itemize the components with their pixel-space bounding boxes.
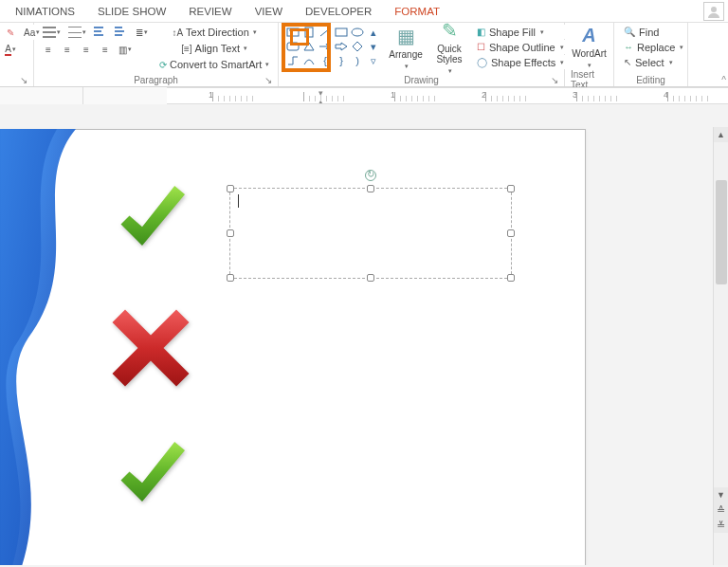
shape-textbox-v[interactable] — [301, 26, 317, 39]
shape-arrow-block[interactable] — [334, 40, 349, 53]
scroll-down-button[interactable]: ▼ — [714, 487, 728, 503]
drawing-launcher[interactable]: ↘ — [551, 75, 558, 85]
replace-icon: ↔ — [624, 42, 633, 52]
checkmark-icon-1[interactable] — [108, 177, 193, 263]
bullets-button[interactable]: ▾ — [40, 25, 64, 40]
tab-view[interactable]: VIEW — [244, 0, 294, 23]
svg-point-0 — [711, 7, 717, 12]
wordart-button[interactable]: A WordArt▾ — [570, 25, 610, 70]
tab-slideshow[interactable]: SLIDE SHOW — [86, 0, 177, 23]
shape-oval[interactable] — [350, 26, 365, 39]
find-button[interactable]: 🔍Find — [620, 25, 686, 39]
svg-rect-3 — [305, 27, 313, 37]
svg-rect-6 — [336, 28, 347, 36]
align-text-button[interactable]: [≡] Align Text▾ — [155, 41, 274, 56]
shape-fill-button[interactable]: ◧Shape Fill▾ — [473, 25, 567, 39]
resize-handle[interactable] — [227, 185, 234, 192]
collapse-ribbon-button[interactable]: ^ — [721, 75, 726, 85]
shape-outline-icon: ☐ — [477, 42, 485, 52]
slide-canvas[interactable] — [0, 129, 586, 565]
user-account-icon[interactable] — [703, 2, 724, 21]
increase-indent-button[interactable] — [112, 25, 131, 40]
shape-curve[interactable] — [301, 54, 317, 67]
svg-rect-1 — [287, 28, 299, 36]
columns-button[interactable]: ▥▾ — [116, 42, 135, 57]
next-slide-button[interactable]: ≚ — [714, 518, 728, 533]
drawing-group-label: Drawing — [404, 75, 439, 85]
resize-handle[interactable] — [227, 274, 234, 282]
shapes-gallery-more[interactable]: ▿ — [366, 54, 381, 67]
numbering-button[interactable]: ▾ — [65, 25, 89, 40]
shape-fill-icon: ◧ — [477, 27, 485, 37]
tab-review[interactable]: REVIEW — [177, 0, 243, 23]
shape-rbracket[interactable]: ) — [350, 54, 365, 67]
arrange-button[interactable]: ▦ Arrange▾ — [386, 25, 426, 70]
svg-line-5 — [320, 28, 330, 36]
editing-group-label: Editing — [636, 75, 665, 85]
scroll-up-button[interactable]: ▲ — [714, 127, 728, 142]
shape-elbow[interactable] — [285, 54, 300, 67]
rotate-handle[interactable] — [365, 170, 376, 181]
slide-background-wave — [0, 129, 123, 565]
paragraph-launcher[interactable]: ↘ — [264, 75, 272, 85]
replace-button[interactable]: ↔Replace▾ — [620, 40, 686, 54]
text-direction-icon: ↕A — [172, 27, 183, 38]
svg-rect-8 — [287, 43, 299, 50]
ribbon: ✎ Aa▾ A▾ ↘ ▾ ▾ ≣▾ ≡ — [0, 23, 728, 87]
shape-more-down[interactable]: ▾ — [366, 40, 381, 53]
justify-button[interactable]: ≡ — [97, 42, 114, 57]
shape-rounded-rect[interactable] — [285, 40, 300, 53]
resize-handle[interactable] — [507, 229, 515, 237]
quick-styles-button[interactable]: ✎ Quick Styles ▾ — [429, 25, 469, 70]
wordart-icon: A — [582, 25, 595, 46]
shape-diamond[interactable] — [350, 40, 365, 53]
shape-more-up[interactable]: ▴ — [366, 26, 381, 39]
textbox-editing[interactable] — [229, 188, 512, 279]
cross-icon[interactable] — [108, 305, 193, 391]
shapes-gallery[interactable]: ▴ ▾ { } ) ▿ — [284, 25, 382, 68]
resize-handle[interactable] — [507, 185, 515, 192]
shape-outline-button[interactable]: ☐Shape Outline▾ — [473, 40, 567, 54]
shape-effects-button[interactable]: ◯Shape Effects▾ — [473, 55, 567, 69]
text-direction-button[interactable]: ↕A Text Direction▾ — [155, 25, 274, 40]
resize-handle[interactable] — [367, 185, 374, 192]
vertical-scrollbar[interactable]: ▲ ▼ ≙ ≚ — [713, 127, 728, 565]
font-launcher[interactable]: ↘ — [20, 75, 27, 85]
shape-line[interactable] — [318, 26, 333, 39]
previous-slide-button[interactable]: ≙ — [714, 503, 728, 518]
select-button[interactable]: ↖Select▾ — [620, 55, 686, 69]
svg-point-7 — [352, 28, 363, 36]
shape-rectangle[interactable] — [334, 26, 349, 39]
slide-workspace: ▲ ▼ ≙ ≚ — [0, 104, 728, 565]
tab-animations[interactable]: NIMATIONS — [4, 0, 86, 23]
resize-handle[interactable] — [227, 229, 234, 237]
shape-rbrace[interactable]: } — [334, 54, 349, 67]
shape-textbox-h[interactable] — [285, 26, 300, 39]
resize-handle[interactable] — [507, 274, 515, 282]
checkmark-icon-2[interactable] — [108, 433, 193, 519]
text-caret — [238, 194, 239, 208]
align-center-button[interactable]: ≡ — [59, 42, 76, 57]
line-spacing-button[interactable]: ≣▾ — [133, 25, 151, 40]
svg-marker-11 — [113, 310, 190, 387]
ribbon-tabs: NIMATIONS SLIDE SHOW REVIEW VIEW DEVELOP… — [0, 0, 728, 23]
decrease-indent-button[interactable] — [91, 25, 110, 40]
clear-formatting-button[interactable]: ✎ — [2, 25, 19, 40]
select-icon: ↖ — [624, 57, 631, 67]
shape-arrow[interactable] — [318, 40, 333, 53]
find-icon: 🔍 — [624, 27, 635, 37]
scroll-thumb[interactable] — [716, 180, 727, 284]
align-right-button[interactable]: ≡ — [78, 42, 95, 57]
align-left-button[interactable]: ≡ — [40, 42, 57, 57]
tab-developer[interactable]: DEVELOPER — [294, 0, 383, 23]
paragraph-group-label: Paragraph — [134, 75, 178, 85]
shape-lbrace[interactable]: { — [318, 54, 333, 67]
horizontal-ruler[interactable]: ▾ ▴ — [167, 87, 728, 104]
resize-handle[interactable] — [367, 274, 374, 282]
shape-triangle[interactable] — [301, 40, 317, 53]
convert-smartart-button[interactable]: ⟳ Convert to SmartArt▾ — [155, 57, 274, 72]
align-text-icon: [≡] — [181, 44, 191, 54]
svg-marker-9 — [304, 43, 314, 50]
arrange-icon: ▦ — [397, 25, 415, 47]
font-color-button[interactable]: A▾ — [2, 42, 19, 57]
